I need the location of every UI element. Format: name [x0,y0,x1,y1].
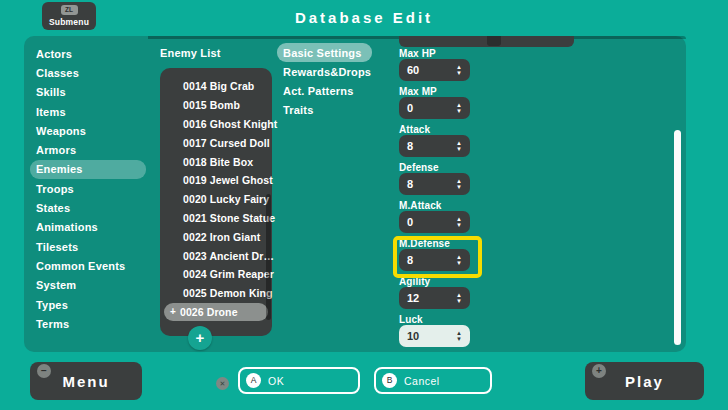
plus-controller-icon: + [592,364,606,378]
enemy-row[interactable]: 0017 Cursed Doll [160,133,272,152]
field-label: Defense [399,162,470,173]
field-value: 8 [407,178,413,190]
field-value: 60 [407,64,419,76]
scrolled-field-notch [487,36,501,46]
cancel-button-label: Cancel [404,375,440,387]
spinner-down-icon[interactable]: ▼ [456,298,462,304]
sidebar-item-armors[interactable]: Armors [30,140,146,159]
spinner-down-icon[interactable]: ▼ [456,146,462,152]
enemy-list: 0014 Big Crab 0015 Bomb 0016 Ghost Knigh… [160,68,272,336]
ok-button-label: OK [268,375,284,387]
ok-button[interactable]: A OK [238,367,360,394]
spinner-down-icon[interactable]: ▼ [456,336,462,342]
field-label: Max MP [399,86,470,97]
max-mp-spinner[interactable]: 0 ▲▼ [399,97,470,119]
field-group-agility: Agility 12 ▲▼ [399,276,470,309]
m-defense-spinner[interactable]: 8 ▲▼ [399,249,470,271]
sidebar-item-types[interactable]: Types [30,295,146,314]
sidebar-item-skills[interactable]: Skills [30,83,146,102]
field-label: Agility [399,276,470,287]
field-label: M.Attack [399,200,470,211]
plus-icon: + [170,306,176,317]
field-group-m-attack: M.Attack 0 ▲▼ [399,200,470,233]
settings-scrollbar[interactable] [674,130,681,345]
spinner-down-icon[interactable]: ▼ [456,108,462,114]
enemy-row[interactable]: 0020 Lucky Fairy [160,190,272,209]
menu-button[interactable]: − Menu [30,362,142,400]
field-group-max-mp: Max MP 0 ▲▼ [399,86,470,119]
category-sidebar: Actors Classes Skills Items Weapons Armo… [24,36,148,333]
tab-act-patterns[interactable]: Act. Patterns [277,81,372,100]
field-value: 12 [407,292,419,304]
sidebar-item-states[interactable]: States [30,198,146,217]
field-label: Attack [399,124,470,135]
sidebar-item-items[interactable]: Items [30,102,146,121]
sidebar-item-weapons[interactable]: Weapons [30,121,146,140]
sidebar-item-enemies[interactable]: Enemies [30,160,146,179]
sidebar-item-animations[interactable]: Animations [30,218,146,237]
enemy-row[interactable]: 0021 Stone Statue [160,209,272,228]
enemy-row[interactable]: 0025 Demon King [160,284,272,303]
play-button[interactable]: + Play [585,362,704,400]
field-group-max-hp: Max HP 60 ▲▼ [399,48,470,81]
enemy-row[interactable]: 0024 Grim Reaper [160,265,272,284]
field-group-m-defense: M.Defense 8 ▲▼ [399,238,470,271]
settings-tabs: Basic Settings Rewards&Drops Act. Patter… [277,43,372,119]
field-value: 10 [407,330,419,342]
x-controller-icon: ✕ [216,377,229,390]
enemy-row[interactable]: 0018 Bite Box [160,152,272,171]
sidebar-item-tilesets[interactable]: Tilesets [30,237,146,256]
plus-icon: + [196,329,205,346]
enemy-row-selected[interactable]: + 0026 Drone [164,303,268,322]
enemy-row[interactable]: 0022 Iron Giant [160,227,272,246]
spinner-down-icon[interactable]: ▼ [456,70,462,76]
sidebar-item-system[interactable]: System [30,276,146,295]
field-group-attack: Attack 8 ▲▼ [399,124,470,157]
m-attack-spinner[interactable]: 0 ▲▼ [399,211,470,233]
spinner-down-icon[interactable]: ▼ [456,184,462,190]
tab-traits[interactable]: Traits [277,100,372,119]
play-button-label: Play [625,373,664,390]
luck-spinner[interactable]: 10 ▲▼ [399,325,470,347]
field-label: Luck [399,314,470,325]
spinner-down-icon[interactable]: ▼ [456,260,462,266]
enemy-row[interactable]: 0014 Big Crab [160,77,272,96]
b-controller-icon: B [382,373,397,388]
agility-spinner[interactable]: 12 ▲▼ [399,287,470,309]
sidebar-item-common-events[interactable]: Common Events [30,256,146,275]
spinner-down-icon[interactable]: ▼ [456,222,462,228]
a-controller-icon: A [246,373,261,388]
field-value: 8 [407,140,413,152]
field-group-luck: Luck 10 ▲▼ [399,314,470,347]
cancel-button[interactable]: B Cancel [374,367,492,394]
field-label: M.Defense [399,238,470,249]
field-value: 0 [407,102,413,114]
sidebar-item-actors[interactable]: Actors [30,44,146,63]
enemy-row[interactable]: 0016 Ghost Knight [160,115,272,134]
enemy-row[interactable]: 0019 Jewel Ghost [160,171,272,190]
database-edit-screen: ZL Submenu Database Edit Actors Classes … [0,0,728,410]
enemy-list-title: Enemy List [160,47,221,59]
sidebar-item-terms[interactable]: Terms [30,314,146,333]
sidebar-item-classes[interactable]: Classes [30,63,146,82]
field-value: 8 [407,254,413,266]
field-group-defense: Defense 8 ▲▼ [399,162,470,195]
tab-rewards-drops[interactable]: Rewards&Drops [277,62,372,81]
enemy-row[interactable]: 0023 Ancient Dr… [160,246,272,265]
field-value: 0 [407,216,413,228]
enemy-row[interactable]: 0015 Bomb [160,96,272,115]
attack-spinner[interactable]: 8 ▲▼ [399,135,470,157]
page-title: Database Edit [0,9,728,26]
defense-spinner[interactable]: 8 ▲▼ [399,173,470,195]
tab-basic-settings[interactable]: Basic Settings [277,43,372,62]
enemy-list-scrollbar[interactable] [266,194,271,320]
menu-button-label: Menu [62,373,109,390]
add-enemy-button[interactable]: + [188,326,212,350]
max-hp-spinner[interactable]: 60 ▲▼ [399,59,470,81]
sidebar-item-troops[interactable]: Troops [30,179,146,198]
enemy-row-label: 0026 Drone [180,306,238,318]
field-label: Max HP [399,48,470,59]
minus-controller-icon: − [37,364,51,378]
